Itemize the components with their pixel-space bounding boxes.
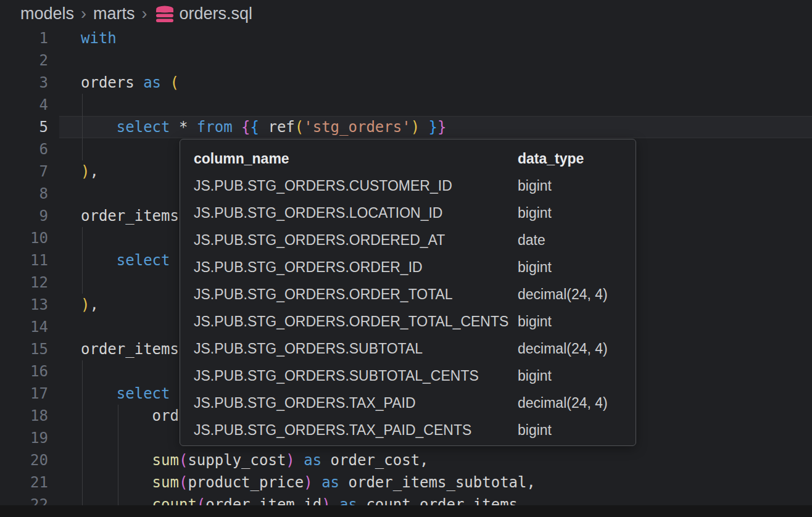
chevron-right-icon: › [81, 4, 86, 23]
code-line-1[interactable]: 1with [0, 27, 812, 49]
code-token [81, 252, 117, 269]
code-line-3[interactable]: 3orders as ( [0, 72, 812, 94]
line-number[interactable]: 22 [0, 494, 59, 505]
database-icon [155, 6, 174, 23]
code-content[interactable]: orders as ( [59, 72, 812, 94]
code-token [331, 496, 339, 505]
line-number[interactable]: 6 [0, 138, 59, 160]
code-token: } [429, 118, 437, 136]
line-number[interactable]: 21 [0, 471, 59, 494]
code-content[interactable]: sum(product_price) as order_items_subtot… [59, 471, 812, 494]
breadcrumb: models › marts › orders.sql [0, 0, 812, 27]
code-line-4[interactable]: 4 [0, 94, 812, 116]
line-number[interactable]: 1 [0, 27, 59, 49]
hover-table-row: JS.PUB.STG_ORDERS.ORDER_TOTALdecimal(24,… [180, 281, 636, 308]
code-token: ord [152, 407, 179, 424]
breadcrumb-item-marts[interactable]: marts [93, 4, 135, 23]
code-token: select [117, 385, 170, 402]
code-token [233, 118, 241, 136]
cell-column-name: JS.PUB.STG_ORDERS.SUBTOTAL [194, 335, 423, 362]
line-number[interactable]: 13 [0, 294, 59, 316]
line-number[interactable]: 3 [0, 72, 59, 94]
code-token: as [321, 474, 339, 491]
window-bottom-edge [0, 505, 812, 517]
code-token: sum [152, 452, 179, 469]
line-number[interactable]: 11 [0, 249, 59, 271]
code-token: order_items [81, 341, 179, 358]
hover-table-row: JS.PUB.STG_ORDERS.SUBTOTALdecimal(24, 4) [180, 335, 636, 362]
code-token: ) [321, 496, 330, 505]
cell-column-name: JS.PUB.STG_ORDERS.LOCATION_ID [194, 199, 442, 226]
header-column-name: column_name [194, 145, 289, 172]
line-number[interactable]: 14 [0, 316, 59, 338]
code-token: ( [170, 74, 179, 91]
code-token: orders [81, 74, 143, 91]
cell-data-type: decimal(24, 4) [518, 281, 608, 308]
editor-window: models › marts › orders.sql 1with23order… [0, 0, 812, 517]
code-line-2[interactable]: 2 [0, 49, 812, 72]
cell-column-name: JS.PUB.STG_ORDERS.TAX_PAID_CENTS [194, 416, 471, 444]
code-token: ( [295, 118, 304, 136]
hover-table-row: JS.PUB.STG_ORDERS.SUBTOTAL_CENTSbigint [180, 362, 636, 389]
code-content[interactable]: with [59, 27, 812, 49]
code-line-22[interactable]: 22 count(order_item_id) as count_order_i… [0, 494, 812, 505]
line-number[interactable]: 12 [0, 271, 59, 294]
hover-table-header: column_name data_type [180, 145, 636, 172]
code-content[interactable] [59, 94, 812, 116]
code-token: select [117, 252, 170, 269]
hover-table-row: JS.PUB.STG_ORDERS.ORDERED_ATdate [180, 226, 636, 254]
line-number[interactable]: 8 [0, 183, 59, 205]
line-number[interactable]: 4 [0, 94, 59, 116]
code-token: ref [259, 118, 295, 136]
code-token: , [89, 296, 98, 313]
hover-popup: column_name data_type JS.PUB.STG_ORDERS.… [180, 139, 636, 446]
code-token [81, 452, 152, 469]
code-content[interactable]: count(order_item_id) as count_order_item… [59, 494, 812, 505]
line-number[interactable]: 9 [0, 205, 59, 227]
cell-data-type: bigint [518, 254, 552, 281]
code-token: order_item_id [205, 496, 321, 505]
cell-column-name: JS.PUB.STG_ORDERS.ORDERED_AT [194, 226, 445, 254]
line-number[interactable]: 19 [0, 427, 59, 449]
cell-data-type: bigint [518, 416, 552, 444]
code-token [81, 474, 152, 491]
cell-data-type: bigint [518, 308, 552, 335]
line-number[interactable]: 16 [0, 360, 59, 383]
code-token: ) [411, 118, 420, 136]
code-token: with [81, 30, 117, 47]
code-token [295, 452, 304, 469]
cell-column-name: JS.PUB.STG_ORDERS.TAX_PAID [194, 389, 416, 416]
code-token: as [143, 74, 170, 91]
line-number[interactable]: 20 [0, 449, 59, 471]
line-number[interactable]: 5 [0, 116, 59, 138]
code-content[interactable] [59, 49, 812, 72]
code-line-21[interactable]: 21 sum(product_price) as order_items_sub… [0, 471, 812, 494]
breadcrumb-item-models[interactable]: models [20, 4, 74, 23]
cell-column-name: JS.PUB.STG_ORDERS.SUBTOTAL_CENTS [194, 362, 479, 389]
code-token [420, 118, 428, 136]
code-line-20[interactable]: 20 sum(supply_cost) as order_cost, [0, 449, 812, 471]
code-line-5[interactable]: 5 select * from {{ ref('stg_orders') }} [0, 116, 812, 138]
line-number[interactable]: 7 [0, 160, 59, 183]
line-number[interactable]: 17 [0, 383, 59, 405]
code-token [81, 385, 117, 402]
code-token [81, 118, 117, 136]
code-token: from [197, 118, 233, 136]
code-token: order_cost, [321, 452, 428, 469]
code-token: count [152, 496, 197, 505]
hover-table-row: JS.PUB.STG_ORDERS.CUSTOMER_IDbigint [180, 172, 636, 199]
code-token: order_items [81, 207, 179, 225]
breadcrumb-item-file[interactable]: orders.sql [180, 4, 253, 23]
code-token: ) [81, 296, 89, 313]
code-content[interactable]: select * from {{ ref('stg_orders') }} [59, 116, 812, 138]
code-token [81, 496, 152, 505]
code-token: } [437, 118, 446, 136]
line-number[interactable]: 15 [0, 338, 59, 360]
code-token: sum [152, 474, 179, 491]
code-token: count_order_items [357, 496, 518, 505]
line-number[interactable]: 10 [0, 227, 59, 249]
code-token: ( [197, 496, 205, 505]
line-number[interactable]: 2 [0, 49, 59, 72]
line-number[interactable]: 18 [0, 405, 59, 427]
code-content[interactable]: sum(supply_cost) as order_cost, [59, 449, 812, 471]
